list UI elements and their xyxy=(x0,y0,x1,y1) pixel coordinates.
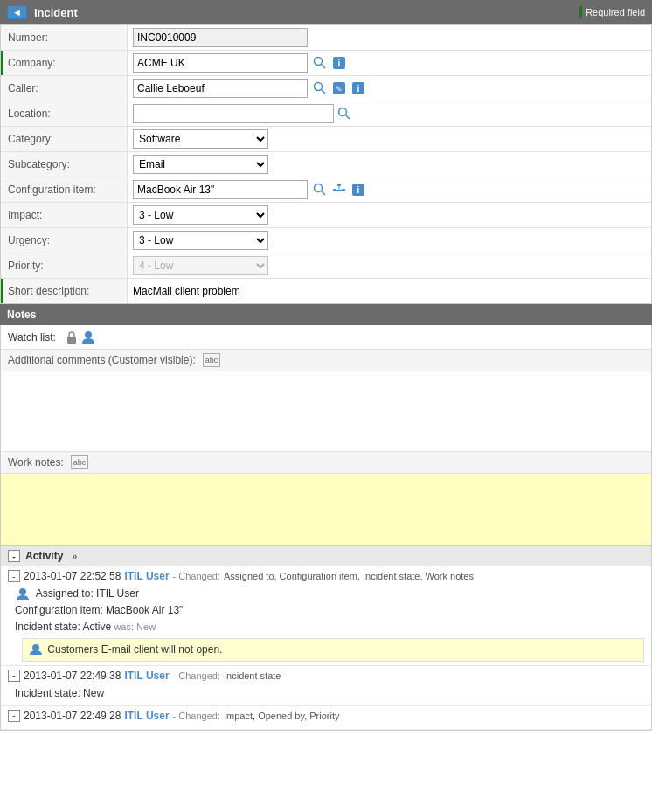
additional-comments-label: Additional comments (Customer visible): … xyxy=(1,350,651,371)
caller-label: Caller: xyxy=(1,76,128,101)
notes-area: Watch list: Additional comments (Custome… xyxy=(0,325,652,546)
activity-entry-2-changed-label: - Changed: xyxy=(173,670,220,681)
back-arrow-icon: ◄ xyxy=(12,7,22,17)
subcategory-label: Subcategory: xyxy=(1,152,128,177)
activity-entry-2-detail-1: Incident state: New xyxy=(15,685,644,702)
svg-text:i: i xyxy=(357,84,360,94)
category-value: Software Hardware Network Inquiry xyxy=(128,127,651,151)
activity-entry-1-detail-3: Incident state: Active was: New xyxy=(15,619,644,635)
svg-point-4 xyxy=(315,83,323,91)
category-label: Category: xyxy=(1,127,128,151)
svg-line-1 xyxy=(322,65,326,69)
watch-list-user-icon[interactable] xyxy=(80,330,96,345)
caller-input[interactable] xyxy=(133,79,308,98)
svg-text:✎: ✎ xyxy=(336,85,343,94)
caller-info-icon[interactable]: i xyxy=(351,81,365,95)
urgency-label: Urgency: xyxy=(1,228,128,253)
category-select[interactable]: Software Hardware Network Inquiry xyxy=(133,129,268,149)
config-item-value: i xyxy=(128,177,651,202)
activity-entry-2-user: ITIL User xyxy=(124,670,169,682)
activity-entry-3-changed-fields: Impact, Opened by, Priority xyxy=(224,711,339,721)
activity-entry-3-timestamp: 2013-01-07 22:49:28 xyxy=(24,710,121,722)
notes-section-header: Notes xyxy=(0,304,652,325)
number-input[interactable] xyxy=(133,28,308,47)
location-input[interactable] xyxy=(133,104,334,123)
activity-label: Activity xyxy=(25,550,63,562)
urgency-select[interactable]: 1 - High 2 - Medium 3 - Low xyxy=(133,231,268,250)
activity-entry-1-user: ITIL User xyxy=(124,570,169,582)
short-description-row: Short description: xyxy=(1,279,651,303)
comments-abc-icon[interactable]: abc xyxy=(203,353,221,367)
activity-entry-1-changed-fields: Assigned to, Configuration item, Inciden… xyxy=(224,571,474,581)
watch-list-lock-icon[interactable] xyxy=(65,330,79,344)
header-bar: ◄ Incident Required field xyxy=(0,0,652,24)
additional-comments-textarea[interactable] xyxy=(4,375,648,445)
activity-entry-2: - 2013-01-07 22:49:38 ITIL User - Change… xyxy=(1,666,651,706)
location-row: Location: xyxy=(1,101,651,127)
priority-select[interactable]: 1 - Critical 2 - High 3 - Moderate 4 - L… xyxy=(133,256,268,275)
location-label: Location: xyxy=(1,101,128,126)
number-row: Number: xyxy=(1,25,651,51)
activity-section-header: - Activity » xyxy=(0,546,652,566)
activity-entry-1-changed-label: - Changed: xyxy=(173,571,220,581)
impact-select[interactable]: 1 - High 2 - Medium 3 - Low xyxy=(133,205,268,225)
urgency-value: 1 - High 2 - Medium 3 - Low xyxy=(128,228,651,253)
caller-search-icon[interactable] xyxy=(313,81,327,95)
company-label: Company: xyxy=(1,51,128,75)
config-item-save-icon[interactable]: i xyxy=(351,183,365,197)
subcategory-select[interactable]: Email Application OS Other xyxy=(133,155,268,174)
activity-entry-1-collapse[interactable]: - xyxy=(8,570,20,582)
svg-point-12 xyxy=(315,184,323,192)
svg-line-11 xyxy=(346,115,350,120)
work-notes-abc-icon[interactable]: abc xyxy=(71,455,89,469)
location-search-icon[interactable] xyxy=(337,107,351,121)
svg-point-0 xyxy=(315,58,323,66)
activity-entry-3-collapse[interactable]: - xyxy=(8,710,20,722)
activity-entry-2-timestamp: 2013-01-07 22:49:38 xyxy=(24,670,121,682)
number-value xyxy=(128,25,651,50)
activity-entry-2-changed-fields: Incident state xyxy=(224,670,281,681)
additional-comments-textarea-area[interactable] xyxy=(1,371,651,452)
category-row: Category: Software Hardware Network Inqu… xyxy=(1,127,651,152)
priority-label: Priority: xyxy=(1,253,128,278)
work-notes-textarea-area[interactable] xyxy=(1,474,651,545)
activity-entry-3-changed-label: - Changed: xyxy=(173,711,220,721)
activity-expand-icon[interactable]: » xyxy=(72,551,77,561)
back-button[interactable]: ◄ xyxy=(7,5,27,19)
svg-text:i: i xyxy=(338,59,341,68)
activity-entry-3-user: ITIL User xyxy=(124,710,169,722)
work-notes-textarea[interactable] xyxy=(4,477,648,538)
svg-text:i: i xyxy=(357,185,360,195)
short-description-input[interactable] xyxy=(133,285,646,297)
company-search-icon[interactable] xyxy=(313,56,327,70)
company-info-icon[interactable]: i xyxy=(332,56,346,70)
work-notes-label: Work notes: abc xyxy=(1,452,651,474)
svg-line-13 xyxy=(322,191,326,196)
svg-rect-21 xyxy=(67,337,76,344)
activity-collapse-button[interactable]: - xyxy=(8,550,20,562)
config-item-label: Configuration item: xyxy=(1,177,128,202)
priority-value: 1 - Critical 2 - High 3 - Moderate 4 - L… xyxy=(128,253,651,278)
caller-edit-icon[interactable]: ✎ xyxy=(332,81,346,95)
required-bar-icon xyxy=(579,6,582,18)
config-item-tree-icon[interactable] xyxy=(332,183,346,197)
svg-point-23 xyxy=(19,588,26,595)
incident-title: Incident xyxy=(34,6,78,19)
subcategory-value: Email Application OS Other xyxy=(128,152,651,177)
config-item-input[interactable] xyxy=(133,180,308,199)
svg-rect-14 xyxy=(337,184,341,186)
activity-entry-1-details: Assigned to: ITIL User Configuration ite… xyxy=(15,586,644,662)
short-description-value xyxy=(128,282,651,300)
svg-point-10 xyxy=(339,108,347,116)
config-item-row: Configuration item: i xyxy=(1,177,651,203)
activity-entry-1-detail-2: Configuration item: MacBook Air 13" xyxy=(15,602,644,619)
activity-entry-1-detail-1: Assigned to: ITIL User xyxy=(15,586,644,602)
company-input[interactable] xyxy=(133,53,308,73)
svg-line-5 xyxy=(322,90,326,94)
watch-list-row: Watch list: xyxy=(1,325,651,350)
activity-entry-2-collapse[interactable]: - xyxy=(8,670,20,682)
location-value xyxy=(128,101,651,126)
company-row: Company: i xyxy=(1,51,651,76)
required-text: Required field xyxy=(586,7,645,17)
config-item-search-icon[interactable] xyxy=(313,183,327,197)
